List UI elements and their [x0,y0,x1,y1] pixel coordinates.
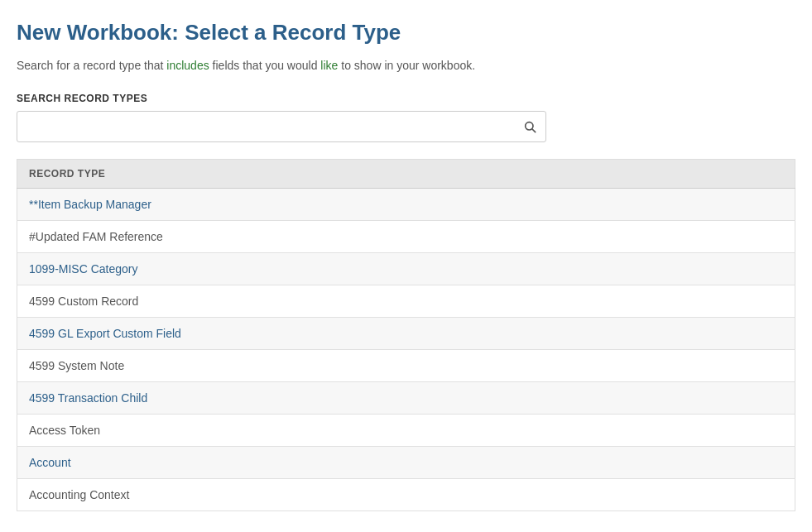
search-container [17,111,546,142]
table-row[interactable]: Account [17,447,795,479]
subtitle-highlight-like: like [320,59,338,72]
record-type-cell[interactable]: 4599 Transaction Child [17,382,795,415]
record-type-cell[interactable]: 4599 System Note [17,350,795,382]
record-type-cell[interactable]: 4599 GL Export Custom Field [17,318,795,350]
search-icon [523,120,536,133]
table-row[interactable]: 4599 GL Export Custom Field [17,318,795,350]
search-label: SEARCH RECORD TYPES [17,93,795,104]
search-button[interactable] [513,111,546,142]
svg-line-1 [532,129,536,132]
table-row[interactable]: 4599 System Note [17,350,795,382]
record-type-table: RECORD TYPE **Item Backup Manager#Update… [17,159,795,511]
table-row[interactable]: 4599 Custom Record [17,285,795,318]
table-row[interactable]: **Item Backup Manager [17,189,795,221]
record-type-cell[interactable]: 1099-MISC Category [17,253,795,285]
record-type-cell[interactable]: #Updated FAM Reference [17,221,795,253]
record-type-cell[interactable]: 4599 Custom Record [17,285,795,318]
record-type-cell[interactable]: **Item Backup Manager [17,189,795,221]
table-row[interactable]: Accounting Context [17,479,795,511]
page-title: New Workbook: Select a Record Type [17,20,795,46]
record-type-cell[interactable]: Access Token [17,415,795,447]
table-row[interactable]: #Updated FAM Reference [17,221,795,253]
table-row[interactable]: 1099-MISC Category [17,253,795,285]
table-header-row: RECORD TYPE [17,160,795,189]
search-input[interactable] [17,111,546,142]
record-type-cell[interactable]: Account [17,447,795,479]
column-header-record-type: RECORD TYPE [17,160,795,189]
record-type-cell[interactable]: Accounting Context [17,479,795,511]
table-row[interactable]: Access Token [17,415,795,447]
table-row[interactable]: 4599 Transaction Child [17,382,795,415]
subtitle-highlight-includes: includes [166,59,209,72]
page-subtitle: Search for a record type that includes f… [17,57,795,74]
